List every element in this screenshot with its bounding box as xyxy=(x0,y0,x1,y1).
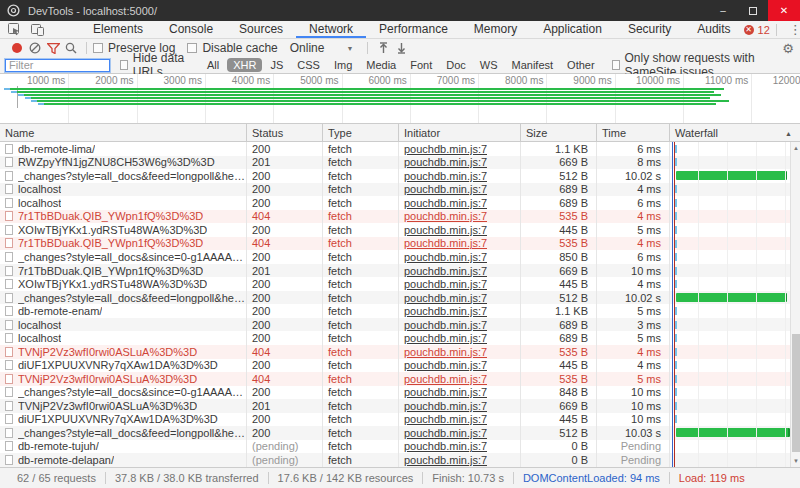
request-row[interactable]: localhost200fetchpouchdb.min.js:7689 B6 … xyxy=(0,196,800,210)
initiator-link[interactable]: pouchdb.min.js:7 xyxy=(404,251,487,263)
initiator-link[interactable]: pouchdb.min.js:7 xyxy=(404,197,487,209)
network-overview-timeline[interactable]: 1000 ms2000 ms3000 ms4000 ms5000 ms6000 … xyxy=(0,74,800,124)
initiator-link[interactable]: pouchdb.min.js:7 xyxy=(404,346,487,358)
tab-network[interactable]: Network xyxy=(296,21,366,38)
request-row[interactable]: 7r1TbBDuak.QIB_YWpn1fQ%3D%3D404fetchpouc… xyxy=(0,237,800,251)
vertical-scrollbar[interactable]: ▲ ▼ xyxy=(790,142,800,467)
request-row[interactable]: TVNjP2Vz3wfI0rwi0ASLuA%3D%3D404fetchpouc… xyxy=(0,345,800,359)
request-row[interactable]: localhost200fetchpouchdb.min.js:7689 B5 … xyxy=(0,331,800,345)
initiator-link[interactable]: pouchdb.min.js:7 xyxy=(404,454,487,466)
tab-elements[interactable]: Elements xyxy=(80,21,156,38)
initiator-link[interactable]: pouchdb.min.js:7 xyxy=(404,359,487,371)
request-row[interactable]: _changes?style=all_docs&feed=longpoll&he… xyxy=(0,426,800,440)
request-row[interactable]: _changes?style=all_docs&since=0-g1AAAAIj… xyxy=(0,386,800,400)
request-row[interactable]: 7r1TbBDuak.QIB_YWpn1fQ%3D%3D404fetchpouc… xyxy=(0,210,800,224)
initiator-link[interactable]: pouchdb.min.js:7 xyxy=(404,332,487,344)
scroll-up-icon[interactable]: ▲ xyxy=(791,143,800,153)
tab-console[interactable]: Console xyxy=(156,21,226,38)
column-header-size[interactable]: Size xyxy=(520,124,596,142)
request-name: _changes?style=all_docs&since=0-g1AAAAIj… xyxy=(18,386,246,398)
scrollbar-thumb[interactable] xyxy=(792,334,800,452)
initiator-link[interactable]: pouchdb.min.js:7 xyxy=(404,413,487,425)
column-header-status[interactable]: Status xyxy=(246,124,322,142)
device-toolbar-icon[interactable] xyxy=(31,24,44,36)
request-row[interactable]: diUF1XPUUXVNRy7qXAw1DA%3D%3D200fetchpouc… xyxy=(0,413,800,427)
initiator-link[interactable]: pouchdb.min.js:7 xyxy=(404,373,487,385)
filter-chip-doc[interactable]: Doc xyxy=(440,58,472,72)
request-type: fetch xyxy=(322,399,398,413)
initiator-link[interactable]: pouchdb.min.js:7 xyxy=(404,386,487,398)
request-row[interactable]: XOIwTBjYKx1.ydRSTu48WA%3D%3D200fetchpouc… xyxy=(0,277,800,291)
filter-chip-font[interactable]: Font xyxy=(404,58,438,72)
initiator-link[interactable]: pouchdb.min.js:7 xyxy=(404,400,487,412)
tab-memory[interactable]: Memory xyxy=(461,21,530,38)
initiator-link[interactable]: pouchdb.min.js:7 xyxy=(404,427,487,439)
request-row[interactable]: db-remote-lima/200fetchpouchdb.min.js:71… xyxy=(0,142,800,156)
request-row[interactable]: RWZpyYfN1jgZNU8CH53W6g%3D%3D201fetchpouc… xyxy=(0,156,800,170)
scroll-down-icon[interactable]: ▼ xyxy=(791,456,800,466)
disable-cache-checkbox[interactable]: Disable cache xyxy=(187,41,277,55)
request-row[interactable]: TVNjP2Vz3wfI0rwi0ASLuA%3D%3D404fetchpouc… xyxy=(0,372,800,386)
initiator-link[interactable]: pouchdb.min.js:7 xyxy=(404,156,487,168)
request-row[interactable]: XOIwTBjYKx1.ydRSTu48WA%3D%3D200fetchpouc… xyxy=(0,223,800,237)
filter-chip-media[interactable]: Media xyxy=(360,58,402,72)
filter-input[interactable] xyxy=(5,59,110,72)
request-row[interactable]: localhost200fetchpouchdb.min.js:7689 B3 … xyxy=(0,318,800,332)
initiator-link[interactable]: pouchdb.min.js:7 xyxy=(404,292,487,304)
column-header-initiator[interactable]: Initiator xyxy=(398,124,520,142)
filter-chip-manifest[interactable]: Manifest xyxy=(506,58,560,72)
tab-audits[interactable]: Audits xyxy=(684,21,743,38)
request-row[interactable]: _changes?style=all_docs&feed=longpoll&he… xyxy=(0,291,800,305)
import-har-button[interactable] xyxy=(374,40,392,56)
request-row[interactable]: _changes?style=all_docs&feed=longpoll&he… xyxy=(0,169,800,183)
request-row[interactable]: localhost200fetchpouchdb.min.js:7689 B4 … xyxy=(0,183,800,197)
request-row[interactable]: 7r1TbBDuak.QIB_YWpn1fQ%3D%3D201fetchpouc… xyxy=(0,264,800,278)
record-button[interactable] xyxy=(8,40,26,56)
console-error-badge[interactable]: ✕ 12 xyxy=(744,24,770,36)
filter-chip-xhr[interactable]: XHR xyxy=(227,58,262,72)
column-header-type[interactable]: Type xyxy=(322,124,398,142)
filter-chip-other[interactable]: Other xyxy=(561,58,601,72)
inspect-element-icon[interactable] xyxy=(8,23,21,36)
tab-sources[interactable]: Sources xyxy=(226,21,296,38)
initiator-link[interactable]: pouchdb.min.js:7 xyxy=(404,305,487,317)
filter-chip-all[interactable]: All xyxy=(201,58,225,72)
filter-button[interactable] xyxy=(44,40,62,56)
export-har-button[interactable] xyxy=(392,40,410,56)
minimize-button[interactable]: – xyxy=(708,0,738,21)
initiator-link[interactable]: pouchdb.min.js:7 xyxy=(404,210,487,222)
clear-button[interactable] xyxy=(26,40,44,56)
initiator-link[interactable]: pouchdb.min.js:7 xyxy=(404,319,487,331)
tab-performance[interactable]: Performance xyxy=(366,21,461,38)
request-row[interactable]: _changes?style=all_docs&since=0-g1AAAAIj… xyxy=(0,250,800,264)
filter-chip-js[interactable]: JS xyxy=(264,58,289,72)
column-header-time[interactable]: Time xyxy=(596,124,669,142)
filter-chip-css[interactable]: CSS xyxy=(291,58,326,72)
throttling-select[interactable]: Online ▼ xyxy=(290,41,354,55)
filter-chip-img[interactable]: Img xyxy=(328,58,358,72)
request-name: RWZpyYfN1jgZNU8CH53W6g%3D%3D xyxy=(18,156,215,168)
initiator-link[interactable]: pouchdb.min.js:7 xyxy=(404,440,487,452)
search-button[interactable] xyxy=(62,40,80,56)
request-row[interactable]: diUF1XPUUXVNRy7qXAw1DA%3D%3D200fetchpouc… xyxy=(0,359,800,373)
initiator-link[interactable]: pouchdb.min.js:7 xyxy=(404,170,487,182)
column-header-waterfall[interactable]: Waterfall ▲ xyxy=(669,124,800,142)
tab-security[interactable]: Security xyxy=(615,21,684,38)
request-row[interactable]: db-remote-tujuh/(pending)fetchpouchdb.mi… xyxy=(0,440,800,454)
tab-application[interactable]: Application xyxy=(530,21,615,38)
initiator-link[interactable]: pouchdb.min.js:7 xyxy=(404,278,487,290)
initiator-link[interactable]: pouchdb.min.js:7 xyxy=(404,183,487,195)
maximize-button[interactable] xyxy=(738,0,768,21)
filter-chip-ws[interactable]: WS xyxy=(474,58,504,72)
close-button[interactable]: ✕ xyxy=(768,0,800,21)
column-header-name[interactable]: Name xyxy=(0,124,246,142)
request-row[interactable]: db-remote-delapan/(pending)fetchpouchdb.… xyxy=(0,453,800,467)
initiator-link[interactable]: pouchdb.min.js:7 xyxy=(404,143,487,155)
initiator-link[interactable]: pouchdb.min.js:7 xyxy=(404,237,487,249)
initiator-link[interactable]: pouchdb.min.js:7 xyxy=(404,224,487,236)
request-name-cell: XOIwTBjYKx1.ydRSTu48WA%3D%3D xyxy=(0,277,246,291)
more-options-icon[interactable]: ⋮ xyxy=(783,22,800,37)
initiator-link[interactable]: pouchdb.min.js:7 xyxy=(404,265,487,277)
request-row[interactable]: db-remote-enam/200fetchpouchdb.min.js:71… xyxy=(0,304,800,318)
request-row[interactable]: TVNjP2Vz3wfI0rwi0ASLuA%3D%3D201fetchpouc… xyxy=(0,399,800,413)
